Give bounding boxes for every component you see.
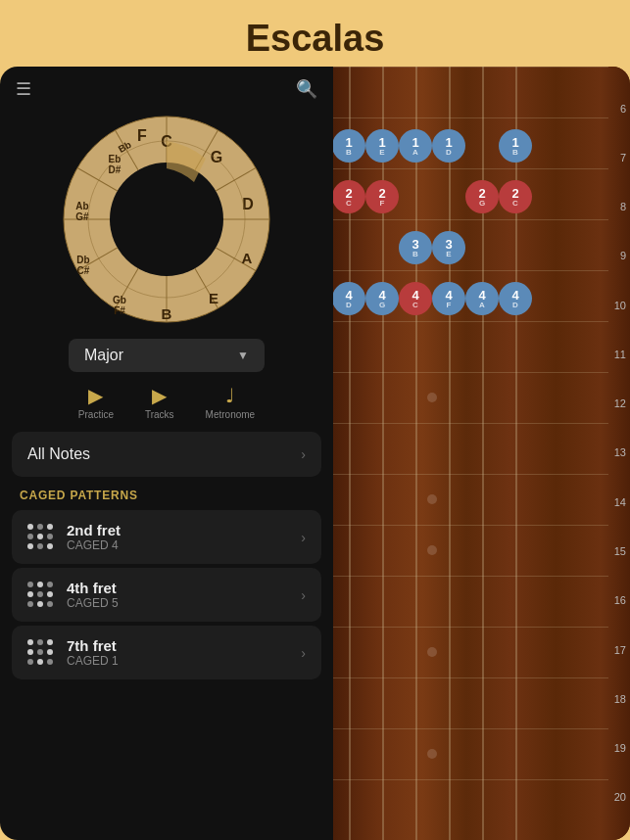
note-num: 1 bbox=[511, 136, 518, 149]
svg-text:D: D bbox=[242, 196, 254, 212]
note-circle[interactable]: 4 A bbox=[465, 282, 499, 315]
fret-num-12: 12 bbox=[614, 398, 626, 409]
note-circle[interactable]: 4 F bbox=[432, 282, 465, 315]
pattern-dots-icon bbox=[27, 524, 55, 551]
note-letter: E bbox=[446, 251, 451, 258]
pattern-row-7th[interactable]: 7th fret CAGED 1 › bbox=[12, 626, 321, 679]
menu-button[interactable]: ☰ bbox=[16, 78, 31, 100]
note-num: 1 bbox=[345, 136, 352, 149]
fretboard-panel: 1 B 1 E 1 A 1 D 1 B bbox=[333, 67, 630, 840]
note-circle[interactable]: 1 E bbox=[365, 129, 399, 163]
fret-line bbox=[333, 627, 608, 628]
svg-point-1 bbox=[110, 163, 223, 276]
fret-num-7: 7 bbox=[614, 153, 626, 163]
dropdown-arrow: ▼ bbox=[237, 349, 249, 362]
note-circle[interactable]: 2 G bbox=[465, 180, 499, 213]
note-circle[interactable]: 3 E bbox=[432, 231, 465, 264]
fret-num-17: 17 bbox=[614, 645, 626, 656]
note-num: 4 bbox=[478, 289, 485, 302]
pattern-chevron: › bbox=[301, 530, 306, 545]
note-circle[interactable]: 2 F bbox=[365, 180, 399, 213]
pattern-dots-icon bbox=[27, 639, 55, 667]
all-notes-chevron: › bbox=[301, 446, 306, 462]
note-letter: G bbox=[379, 302, 385, 309]
note-num: 1 bbox=[412, 136, 418, 149]
note-letter: D bbox=[446, 149, 452, 157]
note-circle[interactable]: 1 D bbox=[432, 129, 465, 163]
caged-label: CAGED 5 bbox=[67, 596, 119, 610]
fret-num-6: 6 bbox=[614, 104, 626, 115]
note-num: 1 bbox=[378, 136, 385, 149]
note-letter: B bbox=[512, 149, 518, 157]
note-num: 1 bbox=[445, 136, 452, 149]
circle-of-fifths[interactable]: C G D A E B Gb F# Db C# Ab G# bbox=[59, 112, 274, 327]
scale-selector[interactable]: Major ▼ bbox=[69, 339, 265, 372]
tracks-button[interactable]: ▶ Tracks bbox=[145, 384, 174, 420]
practice-icon: ▶ bbox=[88, 384, 103, 407]
note-num: 4 bbox=[412, 289, 418, 302]
search-button[interactable]: 🔍 bbox=[296, 78, 317, 100]
bottom-icons-bar: ▶ Practice ▶ Tracks ♩ Metronome bbox=[78, 384, 255, 420]
metronome-button[interactable]: ♩ Metronome bbox=[206, 384, 256, 420]
fret-num-10: 10 bbox=[614, 301, 626, 311]
fret-num-16: 16 bbox=[614, 595, 626, 606]
note-num: 3 bbox=[412, 238, 418, 251]
note-letter: D bbox=[512, 302, 518, 309]
fret-line bbox=[333, 423, 608, 424]
pattern-text: 2nd fret CAGED 4 bbox=[67, 522, 121, 552]
fret-numbers: 6 7 8 9 10 11 12 13 14 15 16 17 18 19 20 bbox=[614, 67, 626, 840]
pattern-row-left: 2nd fret CAGED 4 bbox=[27, 522, 121, 552]
inlay-dot bbox=[427, 647, 437, 657]
caged-label: CAGED 1 bbox=[67, 654, 119, 668]
fret-line bbox=[333, 321, 608, 322]
fret-line bbox=[333, 525, 608, 526]
note-num: 2 bbox=[478, 187, 485, 200]
pattern-row-2nd[interactable]: 2nd fret CAGED 4 › bbox=[12, 510, 321, 564]
main-area: ☰ 🔍 bbox=[0, 67, 630, 840]
tracks-label: Tracks bbox=[145, 409, 174, 420]
note-letter: F bbox=[447, 302, 452, 309]
fret-line bbox=[333, 372, 608, 373]
inlay-dot bbox=[427, 393, 437, 402]
string-line bbox=[415, 67, 417, 840]
note-letter: C bbox=[346, 200, 352, 208]
fret-num-11: 11 bbox=[614, 350, 626, 360]
fret-line bbox=[333, 779, 608, 780]
note-letter: E bbox=[379, 149, 384, 157]
all-notes-row[interactable]: All Notes › bbox=[12, 432, 321, 477]
pattern-row-4th[interactable]: 4th fret CAGED 5 › bbox=[12, 568, 321, 622]
svg-text:Ab: Ab bbox=[75, 201, 88, 211]
pattern-row-left: 4th fret CAGED 5 bbox=[27, 580, 119, 610]
practice-button[interactable]: ▶ Practice bbox=[78, 384, 114, 420]
note-circle[interactable]: 1 B bbox=[333, 129, 365, 163]
fret-line bbox=[333, 117, 608, 118]
note-letter: A bbox=[479, 302, 485, 309]
note-circle[interactable]: 2 C bbox=[499, 180, 532, 213]
pattern-chevron: › bbox=[301, 587, 306, 603]
inlay-dot bbox=[427, 749, 437, 759]
note-circle[interactable]: 4 G bbox=[365, 282, 399, 315]
note-circle[interactable]: 1 A bbox=[399, 129, 432, 163]
svg-text:C#: C# bbox=[77, 265, 90, 276]
fret-num-13: 13 bbox=[614, 447, 626, 458]
note-letter: G bbox=[479, 200, 485, 208]
note-circle[interactable]: 4 D bbox=[333, 282, 365, 315]
note-letter: B bbox=[346, 149, 352, 157]
note-num: 2 bbox=[511, 187, 518, 200]
fret-name: 2nd fret bbox=[67, 522, 121, 538]
note-num: 4 bbox=[445, 289, 452, 302]
fret-line bbox=[333, 67, 608, 68]
note-num: 4 bbox=[345, 289, 352, 302]
fret-line bbox=[333, 677, 608, 678]
fret-line bbox=[333, 168, 608, 169]
note-circle[interactable]: 3 B bbox=[399, 231, 432, 264]
pattern-text: 7th fret CAGED 1 bbox=[67, 637, 119, 668]
note-circle[interactable]: 1 B bbox=[499, 129, 532, 163]
svg-text:B: B bbox=[162, 305, 172, 322]
note-circle[interactable]: 4 D bbox=[499, 282, 532, 315]
note-circle[interactable]: 2 C bbox=[333, 180, 365, 213]
note-num: 2 bbox=[345, 187, 352, 200]
note-letter: B bbox=[412, 251, 418, 258]
note-circle[interactable]: 4 C bbox=[399, 282, 432, 315]
note-num: 3 bbox=[445, 238, 452, 251]
